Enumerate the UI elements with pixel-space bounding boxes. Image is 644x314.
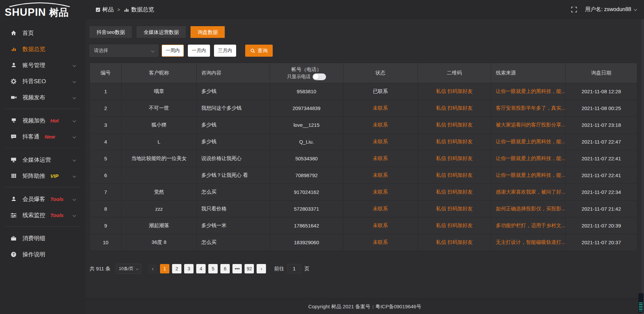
cell-qrcode[interactable]: 私信 扫码加好友 <box>418 184 491 201</box>
page-button-3[interactable]: 3 <box>184 264 194 273</box>
cell-source[interactable]: 被大家追着问的客厅投影分享... <box>491 117 566 134</box>
chevron-down-icon <box>73 135 76 138</box>
filter-select[interactable]: 请选择 <box>90 45 158 57</box>
period-button-一周内[interactable]: 一周内 <box>162 45 184 57</box>
period-button-一月内[interactable]: 一月内 <box>188 45 210 57</box>
breadcrumb-item[interactable]: 数据总览 <box>124 6 154 13</box>
cell-account: 9583810 <box>270 83 343 100</box>
column-header: 二维码 <box>418 63 491 83</box>
page-button-6[interactable]: 6 <box>220 264 230 273</box>
cell-no: 3 <box>90 117 122 134</box>
tab-询盘数据[interactable]: 询盘数据 <box>191 26 225 38</box>
page-button-1[interactable]: 1 <box>160 264 169 273</box>
cell-status: 未联系 <box>343 184 418 201</box>
column-header: 询盘日期 <box>566 63 637 83</box>
sidebar-item-label: 视频加热 <box>22 117 45 124</box>
sidebar-item-heat[interactable]: 视频加热Hot <box>0 112 86 128</box>
cell-account: 70898792 <box>270 167 343 184</box>
cell-status: 未联系 <box>343 117 418 134</box>
cell-status: 未联系 <box>343 201 418 217</box>
inquiry-table: 编号客户昵称咨询内容帐号（电话）只显示电话状态二维码线索来源询盘日期 1哦章多少… <box>90 63 637 251</box>
cell-source[interactable]: 无主灯设计，智能磁吸轨道灯... <box>491 234 566 251</box>
cell-qrcode[interactable]: 私信 扫码加好友 <box>418 201 491 217</box>
main-content: 抖音seo数据全媒体运营数据询盘数据 请选择 一周内一月内三月内 查询 编号客户… <box>86 19 644 299</box>
cell-nickname: 潮起潮落 <box>121 217 197 234</box>
sidebar-item-gear[interactable]: 抖音SEO <box>0 73 86 89</box>
cell-content: 怎么买 <box>197 234 270 251</box>
cell-qrcode[interactable]: 私信 扫码加好友 <box>418 150 491 167</box>
chevron-down-icon <box>73 96 76 99</box>
heat-icon <box>10 118 17 123</box>
cell-source[interactable]: 让你一眼就爱上的黑科技，能... <box>491 150 566 167</box>
sidebar-item-monitor[interactable]: 全媒体运营 <box>0 152 86 168</box>
sidebar-item-wallet[interactable]: 消费明细 <box>0 230 86 246</box>
page-button-92[interactable]: 92 <box>245 264 254 273</box>
period-button-三月内[interactable]: 三月内 <box>214 45 236 57</box>
cell-account: 917024162 <box>270 184 343 201</box>
app-logo[interactable]: SHUPIN 树品 <box>0 0 86 21</box>
cell-source[interactable]: 如何正确选择投影仪，买投影... <box>491 201 566 217</box>
fullscreen-icon[interactable] <box>571 7 577 12</box>
sidebar-item-chart[interactable]: 数据总览 <box>0 41 86 57</box>
svg-text:?: ? <box>12 252 15 256</box>
scrollbar-track[interactable] <box>641 19 644 314</box>
sidebar-item-user[interactable]: 账号管理 <box>0 57 86 73</box>
cell-nickname: 狐小狸 <box>121 117 197 134</box>
cell-no: 1 <box>90 83 122 100</box>
cell-source[interactable]: 让你一眼就爱上的黑科技，能... <box>491 167 566 184</box>
sidebar-item-video[interactable]: 视频发布 <box>0 89 86 105</box>
cell-qrcode[interactable]: 私信 扫码加好友 <box>418 117 491 134</box>
page-button-2[interactable]: 2 <box>172 264 181 273</box>
table-row: 4L多少钱Q_Liu.未联系私信 扫码加好友让你一眼就爱上的黑科技，能...20… <box>90 134 637 150</box>
next-page-button[interactable]: › <box>257 264 266 273</box>
cell-content: 说说价格让我死心 <box>197 150 270 167</box>
cell-qrcode[interactable]: 私信 扫码加好友 <box>418 167 491 184</box>
column-header: 客户昵称 <box>121 63 197 83</box>
sidebar-item-member[interactable]: 会员爆客Tools <box>0 191 86 207</box>
table-header-row: 编号客户昵称咨询内容帐号（电话）只显示电话状态二维码线索来源询盘日期 <box>90 63 637 83</box>
cell-source[interactable]: 让你一眼就爱上的黑科技，能... <box>491 134 566 150</box>
cell-no: 4 <box>90 134 122 150</box>
chart-icon <box>10 46 17 52</box>
cell-qrcode[interactable]: 私信 扫码加好友 <box>418 134 491 150</box>
cell-date: 2021-11-08 12:28 <box>566 83 637 100</box>
cell-qrcode[interactable]: 私信 扫码加好友 <box>418 83 491 100</box>
tab-全媒体运营数据[interactable]: 全媒体运营数据 <box>137 26 186 38</box>
sidebar-item-grid[interactable]: 矩阵助推VIP <box>0 168 86 184</box>
cell-source[interactable]: 让你一眼就爱上的黑科技，能... <box>491 83 566 100</box>
sidebar-item-comment[interactable]: 抖客通New <box>0 128 86 145</box>
cell-source[interactable]: 感谢大家喜欢我家，被问了好... <box>491 184 566 201</box>
sidebar-item-sliders[interactable]: 线索监控Tools <box>0 207 86 223</box>
cell-content: 我只看价格 <box>197 201 270 217</box>
cell-qrcode[interactable]: 私信 扫码加好友 <box>418 217 491 234</box>
cell-source[interactable]: 客厅安装投影半年多了，真实... <box>491 100 566 117</box>
goto-page: 前往 页 <box>274 264 309 273</box>
tab-抖音seo数据[interactable]: 抖音seo数据 <box>90 26 132 38</box>
breadcrumb-item[interactable]: 树品 <box>96 6 114 13</box>
cell-qrcode[interactable]: 私信 扫码加好友 <box>418 100 491 117</box>
prev-page-button[interactable]: ‹ <box>148 264 157 273</box>
page-button-4[interactable]: 4 <box>196 264 206 273</box>
sidebar-item-label: 矩阵助推 <box>22 172 45 180</box>
cell-qrcode[interactable]: 私信 扫码加好友 <box>418 234 491 251</box>
phone-only-toggle[interactable] <box>313 73 326 80</box>
column-header: 编号 <box>90 63 122 83</box>
sidebar-item-question[interactable]: ?操作说明 <box>0 246 86 262</box>
cell-account: 183929060 <box>270 234 343 251</box>
sidebar-divider <box>5 109 80 109</box>
user-menu[interactable]: 用户名: zswodun88 <box>585 6 637 13</box>
sidebar-item-home[interactable]: 首页 <box>0 25 86 41</box>
cell-content: 多少钱 <box>197 134 270 150</box>
cell-date: 2021-11-07 22:47 <box>566 134 637 150</box>
page-ellipsis-button[interactable]: ••• <box>232 264 242 273</box>
page-size-select[interactable]: 10条/页 <box>116 264 141 274</box>
question-icon: ? <box>10 252 17 257</box>
table-row: 1哦章多少钱9583810已联系私信 扫码加好友让你一眼就爱上的黑科技，能...… <box>90 83 637 100</box>
page-button-5[interactable]: 5 <box>208 264 218 273</box>
goto-page-input[interactable] <box>287 264 301 273</box>
cell-source[interactable]: 多功能护栏灯，适用于乡村文... <box>491 217 566 234</box>
footer: Copyright 树品 2021 备案号：粤ICP备09019646号 <box>86 299 644 314</box>
cell-no: 7 <box>90 184 122 201</box>
search-button[interactable]: 查询 <box>245 45 273 57</box>
sidebar-divider <box>5 187 80 188</box>
